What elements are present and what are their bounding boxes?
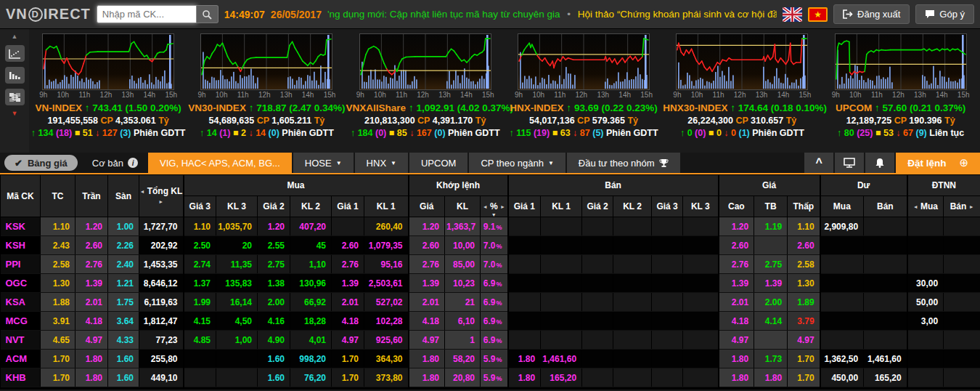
table-row-KSH[interactable]: KSH2.432.602.26202,922.50202.55452.601,0… (1, 236, 980, 255)
cell: 364,30 (364, 350, 409, 368)
search-input[interactable] (97, 5, 197, 23)
ticker-symbol[interactable]: KSA (1, 293, 41, 312)
table-row-PPI[interactable]: PPI2.582.762.401,453,352.7411,352.751,10… (1, 255, 980, 274)
session-label: Liên tục (929, 128, 964, 138)
table-row-ACM[interactable]: ACM1.701.801.60255,801.60998,201.70364,3… (1, 350, 980, 368)
news-separator: • (567, 9, 571, 20)
index-chart-VN-INDEX[interactable]: 9h10h11h12h13h14h15hVN-INDEX ↑ 743.41 (1… (29, 29, 187, 153)
tab-fundamental[interactable]: Cơ bản i (82, 153, 148, 173)
col-header-Mua-Giá 1[interactable]: Giá 1 (332, 196, 364, 217)
news-ticker[interactable]: 'ng dụng mới: Cập nhật liên tục mã hay t… (327, 9, 777, 20)
index-chart-HNX30-INDEX[interactable]: 9h10h11h12h13h14h15hHNX30-INDEX ↑ 174.64… (663, 29, 821, 153)
col-header-Mua-Giá 2[interactable]: Giá 2 (258, 196, 290, 217)
col-header-Mua-KL 1[interactable]: KL 1 (364, 196, 409, 217)
language-vietnamese-flag-icon[interactable]: ★ (808, 7, 828, 22)
col-header-Mua-KL 3[interactable]: KL 3 (216, 196, 258, 217)
cell (944, 236, 980, 255)
cell: 4.14 (754, 312, 788, 331)
index-chart-VN30-INDEX[interactable]: 9h10h11h12h13h14h15hVN30-INDEX ↑ 718.87 … (187, 29, 346, 153)
col-header-Bán-Giá 3[interactable]: Giá 3 (652, 196, 683, 217)
ticker-symbol[interactable]: KSK (1, 217, 41, 236)
unchanged-square-icon: ■ (75, 128, 81, 138)
table-row-OGC[interactable]: OGC1.301.391.218,646,121.37135,831.38130… (1, 274, 980, 293)
line-chart-icon[interactable] (5, 45, 25, 62)
col-header-Bán-KL 2[interactable]: KL 2 (613, 196, 652, 217)
col-header-Bán-Giá 1[interactable]: Giá 1 (508, 196, 541, 217)
ticker-symbol[interactable]: NVT (1, 331, 41, 350)
ticker-symbol[interactable]: KSH (1, 236, 41, 255)
col-header-Dư-Mua[interactable]: Mua (820, 196, 864, 217)
cell (652, 331, 683, 350)
ticker-symbol[interactable]: OGC (1, 274, 41, 293)
cell (683, 274, 719, 293)
cell (820, 255, 864, 274)
cell: 1.80 (719, 350, 754, 368)
table-row-NVT[interactable]: NVT4.654.974.3377,234.851,004.904,014.97… (1, 331, 980, 350)
col-header-Giá-Cao[interactable]: Cao (719, 196, 754, 217)
col-header-ĐTNN-Mua[interactable]: ◄ Mua (907, 196, 944, 217)
index-chart-VNXAllShare[interactable]: 9h10h11h12h13h14h15hVNXAllShare ↑ 1,092.… (346, 29, 505, 153)
col-header-Khớp lệnh-%[interactable]: ◄ % ►▼ (481, 196, 508, 217)
cell: 1.80 (75, 350, 108, 368)
tab-hose[interactable]: HOSE▼ (293, 153, 354, 173)
col-header-Bán-Giá 2[interactable]: Giá 2 (582, 196, 613, 217)
table-row-KSK[interactable]: KSK1.101.201.001,727,701.101,035,701.204… (1, 217, 980, 236)
tab-price-board[interactable]: ✔ Bảng giá (4, 155, 78, 171)
col-header-Mã CK[interactable]: Mã CK (1, 175, 41, 217)
col-header-ĐTNN-Bán[interactable]: Bán ► (944, 196, 980, 217)
feedback-button[interactable]: Góp ý (915, 4, 974, 24)
col-header-Sàn[interactable]: Sàn (108, 175, 139, 217)
group-header-Dư: Dư (820, 175, 907, 196)
notifications-button[interactable] (865, 153, 894, 173)
col-header-Khớp lệnh-KL[interactable]: KL (445, 196, 481, 217)
ticker-symbol[interactable]: KHB (1, 368, 41, 387)
col-header-Bán-KL 3[interactable]: KL 3 (683, 196, 719, 217)
index-name: VN30-INDEX (188, 102, 246, 113)
col-header-Mua-KL 2[interactable]: KL 2 (290, 196, 332, 217)
tab-group-invest[interactable]: Đầu tư theo nhóm (567, 153, 680, 173)
tab-sector[interactable]: CP theo ngành▼ (469, 153, 565, 173)
index-value: 1,092.91 (416, 102, 454, 113)
col-header-Mua-Giá 3[interactable]: Giá 3 (184, 196, 216, 217)
col-header-TC[interactable]: TC (41, 175, 75, 217)
index-chart-HNX-INDEX[interactable]: 9h10h11h12h13h14h15hHNX-INDEX ↑ 93.69 (0… (505, 29, 663, 153)
table-row-MCG[interactable]: MCG3.914.183.641,812,474.154,504.1618,28… (1, 312, 980, 331)
ticker-symbol[interactable]: PPI (1, 255, 41, 274)
ticker-symbol[interactable]: ACM (1, 350, 41, 368)
logout-button[interactable]: Đăng xuất (833, 4, 910, 24)
search-button[interactable] (197, 5, 219, 23)
col-header-Bán-KL 1[interactable]: KL 1 (541, 196, 582, 217)
screen-mode-button[interactable] (835, 153, 864, 173)
ticker-symbol[interactable]: MCG (1, 312, 41, 331)
tab-hnx[interactable]: HNX▼ (355, 153, 408, 173)
cell (652, 368, 683, 387)
col-header-Giá-TB[interactable]: TB (754, 196, 788, 217)
cell: 2,909,80 (820, 217, 864, 236)
news-item-green: 'ng dụng mới: Cập nhật liên tục mã hay t… (327, 9, 560, 20)
table-row-KSA[interactable]: KSA1.882.011.756,119,631.9916,142.0066,9… (1, 293, 980, 312)
table-row-KHB[interactable]: KHB1.701.801.60449,101.6076,201.70373,80… (1, 368, 980, 387)
tab-upcom[interactable]: UPCOM (409, 153, 467, 173)
sidebar-scroll-down-icon[interactable]: ▼ (12, 110, 18, 117)
col-header-Dư-Bán[interactable]: Bán (864, 196, 907, 217)
col-header-Giá-Thấp[interactable]: Thấp (788, 196, 820, 217)
language-english-flag-icon[interactable] (783, 7, 802, 22)
bar-chart-icon[interactable] (5, 67, 25, 84)
cell (652, 236, 683, 255)
cell: 1.38 (258, 274, 290, 293)
cell: 2.75 (754, 255, 788, 274)
tab-watchlist[interactable]: VIG, HAC< APS, ACM, BG... (148, 153, 292, 173)
vndirect-logo[interactable]: VNDIRECT (6, 6, 91, 23)
index-chart-UPCOM[interactable]: 9h10h11h12h13h14h15hUPCOM ↑ 57.60 (0.21 … (821, 29, 979, 153)
collapse-charts-button[interactable]: ^ (804, 153, 833, 173)
market-globe-icon[interactable] (5, 89, 25, 105)
col-header-Tổng KL[interactable]: ◄ Tổng KL ► (139, 175, 184, 217)
place-order-button[interactable]: Đặt lệnh ⊕ (896, 153, 980, 173)
col-header-Khớp lệnh-Giá[interactable]: Giá (409, 196, 445, 217)
index-volume: 210,813,300 CP 4,391.170 Tỷ (346, 116, 505, 126)
col-header-Trần[interactable]: Trần (75, 175, 108, 217)
decliners-arrow-icon: ↓ (724, 128, 728, 138)
cell (864, 293, 907, 312)
sidebar-scroll-up-icon[interactable]: ▲ (12, 33, 18, 40)
cell (508, 255, 541, 274)
